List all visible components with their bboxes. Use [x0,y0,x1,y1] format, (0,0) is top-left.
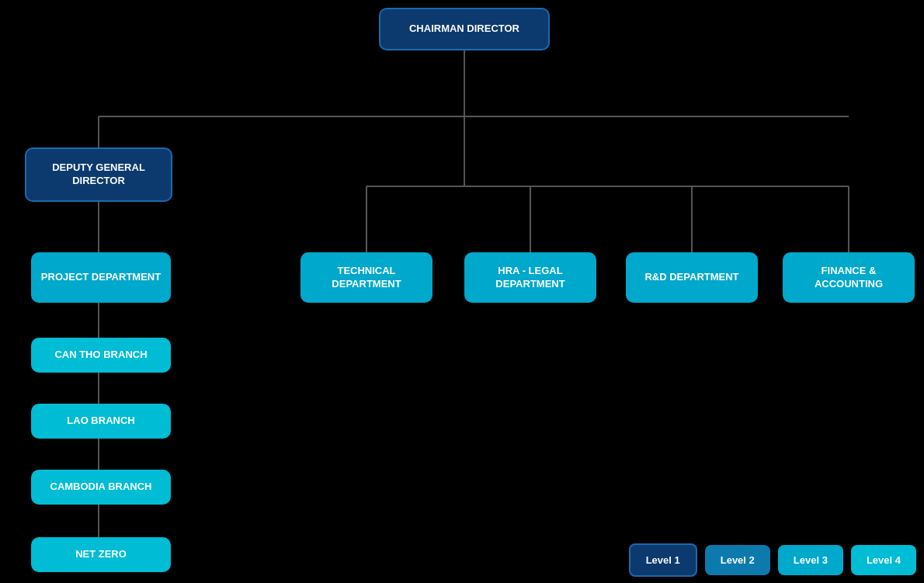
rnd-department-node: R&D DEPARTMENT [626,252,758,303]
finance-label: FINANCE & ACCOUNTING [792,265,905,291]
cantho-label: CAN THO BRANCH [54,349,147,362]
deputy-label: DEPUTY GENERAL DIRECTOR [36,161,162,188]
project-department-node: PROJECT DEPARTMENT [31,252,171,303]
legend-level2-label: Level 2 [721,554,755,566]
netzero-node: NET ZERO [31,537,171,572]
hra-legal-department-node: HRA - LEGAL DEPARTMENT [464,252,596,303]
cantho-branch-node: CAN THO BRANCH [31,338,171,373]
rnd-label: R&D DEPARTMENT [644,271,738,284]
legend-level3[interactable]: Level 3 [778,545,843,575]
chairman-label: CHAIRMAN DIRECTOR [409,23,519,36]
technical-department-node: TECHNICAL DEPARTMENT [300,252,432,303]
chairman-director-node: CHAIRMAN DIRECTOR [379,8,550,50]
org-chart: CHAIRMAN DIRECTOR DEPUTY GENERAL DIRECTO… [0,0,924,583]
technical-label: TECHNICAL DEPARTMENT [310,265,423,291]
project-label: PROJECT DEPARTMENT [41,271,161,284]
finance-accounting-node: FINANCE & ACCOUNTING [783,252,915,303]
legend-level3-label: Level 3 [794,554,828,566]
legend-level1-label: Level 1 [646,554,680,566]
legend-level4[interactable]: Level 4 [851,545,916,575]
lao-label: LAO BRANCH [67,415,134,428]
hra-label: HRA - LEGAL DEPARTMENT [474,265,587,291]
deputy-general-director-node: DEPUTY GENERAL DIRECTOR [25,147,172,202]
legend-level1[interactable]: Level 1 [629,543,697,577]
netzero-label: NET ZERO [75,548,127,561]
cambodia-label: CAMBODIA BRANCH [50,481,152,494]
legend-level4-label: Level 4 [867,554,901,566]
legend: Level 1 Level 2 Level 3 Level 4 [629,543,916,577]
lao-branch-node: LAO BRANCH [31,404,171,439]
cambodia-branch-node: CAMBODIA BRANCH [31,470,171,505]
legend-level2[interactable]: Level 2 [705,545,770,575]
